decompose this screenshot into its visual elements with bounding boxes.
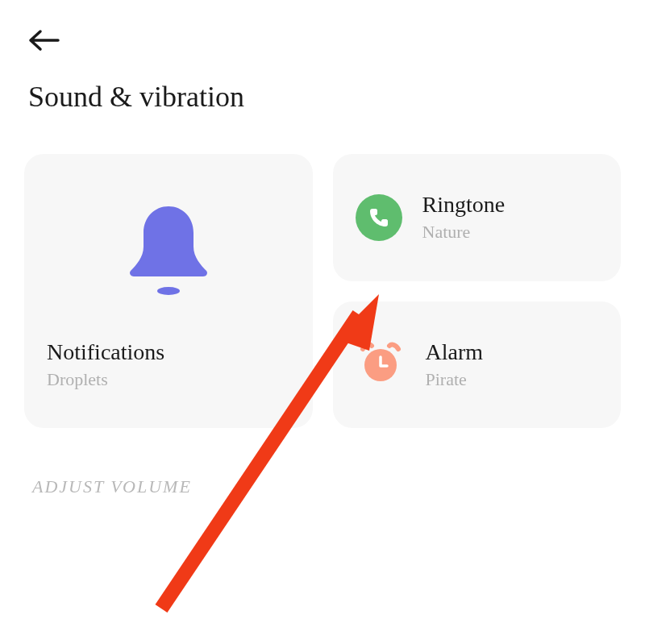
svg-point-0 — [157, 287, 180, 295]
alarm-card[interactable]: Alarm Pirate — [333, 301, 622, 429]
alarm-title: Alarm — [426, 339, 484, 365]
phone-icon — [356, 194, 402, 241]
alarm-subtitle: Pirate — [426, 369, 484, 390]
page-title: Sound & vibration — [28, 80, 625, 114]
bell-icon — [124, 202, 213, 299]
back-button[interactable] — [28, 28, 60, 56]
adjust-volume-header: ADJUST VOLUME — [20, 476, 625, 497]
ringtone-title: Ringtone — [422, 192, 506, 218]
notifications-card[interactable]: Notifications Droplets — [24, 154, 313, 428]
arrow-left-icon — [28, 28, 60, 52]
notifications-subtitle: Droplets — [47, 369, 290, 390]
ringtone-card[interactable]: Ringtone Nature — [333, 154, 622, 281]
sound-cards-grid: Notifications Droplets Ringtone Nature — [20, 154, 625, 428]
ringtone-subtitle: Nature — [422, 222, 506, 243]
alarm-clock-icon — [356, 338, 406, 391]
notifications-title: Notifications — [47, 339, 290, 365]
